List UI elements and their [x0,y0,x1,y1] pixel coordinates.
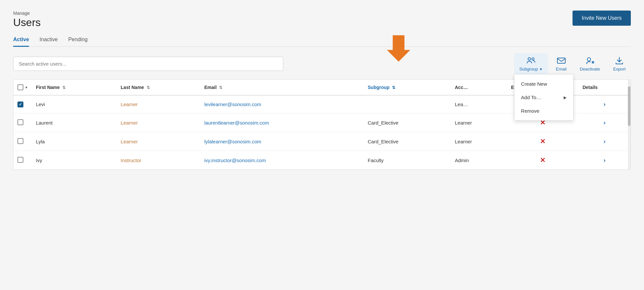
th-details: Details [578,80,630,95]
td-last-name-laurent: Learner [117,113,200,132]
action-buttons: Subgroup ▼ Create New Add To… ▶ Remove [514,53,631,74]
dropdown-item-create-new[interactable]: Create New [515,77,573,91]
row-checkbox-ivy[interactable] [17,157,23,163]
tab-inactive[interactable]: Inactive [40,37,58,47]
td-last-name-ivy: Instructor [117,151,200,170]
svg-point-4 [587,58,591,61]
page-header: Manage Users Invite New Users [13,11,631,29]
subgroup-label: Subgroup ▼ [519,67,543,72]
email-label: Email [556,67,567,72]
subgroup-btn-wrapper: Subgroup ▼ Create New Add To… ▶ Remove [514,53,548,74]
email-icon [557,56,566,65]
export-icon [615,56,624,65]
scrollbar-thumb [628,86,630,126]
svg-point-2 [532,58,534,60]
td-account-lyla: Learner [451,132,507,151]
email-button[interactable]: Email [550,53,572,74]
th-account-label: Acc… [455,85,468,90]
add-to-label: Add To… [521,95,541,100]
export-label: Export [613,67,626,72]
tab-pending[interactable]: Pending [68,37,88,47]
td-email-ivy[interactable]: ivy.instructor@sonosim.com [200,151,364,170]
td-subgroup-ivy: Faculty [364,151,451,170]
td-account-laurent: Learner [451,113,507,132]
dropdown-item-add-to[interactable]: Add To… ▶ [515,91,573,104]
td-checkbox-lyla [14,132,32,151]
td-subgroup-laurent: Card_Elective [364,113,451,132]
search-input[interactable] [13,57,283,71]
scrollbar[interactable] [628,80,630,169]
td-enabled-lyla: ✕ [507,132,578,151]
td-first-name-levi: Levi [32,95,117,113]
manage-label: Manage [13,11,41,16]
row-checkbox-levi[interactable] [17,102,23,107]
details-chevron-laurent[interactable]: › [603,119,605,126]
th-account: Acc… [451,80,507,95]
th-last-name-label: Last Name [121,85,144,90]
td-subgroup-levi [364,95,451,113]
td-first-name-ivy: Ivy [32,151,117,170]
td-checkbox-laurent [14,113,32,132]
table-row: Ivy Instructor ivy.instructor@sonosim.co… [14,151,630,170]
th-details-label: Details [582,85,598,90]
export-button[interactable]: Export [608,53,631,74]
table-row: Lyla Learner lylalearner@sonosim.com Car… [14,132,630,151]
td-last-name-levi: Learner [117,95,200,113]
tabs-nav: Active Inactive Pending [13,37,631,47]
header-checkbox-container: ▼ [17,84,28,90]
td-last-name-lyla: Learner [117,132,200,151]
header-left: Manage Users [13,11,41,29]
th-last-name[interactable]: Last Name ⇅ [117,80,200,95]
td-subgroup-lyla: Card_Elective [364,132,451,151]
td-details-ivy[interactable]: › [578,151,630,170]
enabled-x-ivy: ✕ [540,157,546,164]
td-details-lyla[interactable]: › [578,132,630,151]
search-box [13,57,283,71]
header-checkbox-dropdown[interactable]: ▼ [25,86,28,89]
th-first-name[interactable]: First Name ⇅ [32,80,117,95]
svg-rect-3 [557,58,565,63]
th-email-label: Email [204,85,216,90]
deactivate-button[interactable]: Deactivate [574,53,605,74]
td-checkbox-ivy [14,151,32,170]
svg-point-1 [528,58,531,60]
td-details-laurent[interactable]: › [578,113,630,132]
th-email[interactable]: Email ⇅ [200,80,364,95]
dropdown-item-remove[interactable]: Remove [515,104,573,118]
subgroup-icon [526,56,536,65]
td-email-levi[interactable]: levilearner@sonosim.com [200,95,364,113]
td-email-lyla[interactable]: lylalearner@sonosim.com [200,132,364,151]
td-first-name-laurent: Laurent [32,113,117,132]
toolbar: Subgroup ▼ Create New Add To… ▶ Remove [13,53,631,74]
th-email-sort-icon: ⇅ [219,85,222,90]
deactivate-icon [585,56,595,65]
tab-active[interactable]: Active [13,37,29,47]
td-account-ivy: Admin [451,151,507,170]
row-checkbox-lyla[interactable] [17,138,23,144]
td-first-name-lyla: Lyla [32,132,117,151]
th-first-name-label: First Name [36,85,60,90]
details-chevron-levi[interactable]: › [603,101,605,107]
details-chevron-lyla[interactable]: › [603,138,605,145]
td-email-laurent[interactable]: laurentlearner@sonosim.com [200,113,364,132]
td-account-levi: Lea… [451,95,507,113]
invite-new-users-button[interactable]: Invite New Users [573,11,631,26]
subgroup-button[interactable]: Subgroup ▼ [514,53,548,74]
th-subgroup-sort-icon: ⇅ [392,85,395,90]
arrow-indicator [385,35,412,63]
page-title: Users [13,16,41,29]
th-last-name-sort-icon: ⇅ [147,85,150,90]
th-first-name-sort-icon: ⇅ [62,85,66,90]
td-checkbox-levi [14,95,32,113]
details-chevron-ivy[interactable]: › [603,157,605,163]
down-arrow-icon [385,35,412,62]
header-checkbox[interactable] [17,84,23,90]
row-checkbox-laurent[interactable] [17,119,23,125]
th-subgroup[interactable]: Subgroup ⇅ [364,80,451,95]
subgroup-dropdown: Create New Add To… ▶ Remove [514,74,574,121]
svg-marker-0 [387,35,410,62]
deactivate-label: Deactivate [580,67,600,72]
enabled-x-lyla: ✕ [540,138,546,145]
th-checkbox: ▼ [14,80,32,95]
td-details-levi[interactable]: › [578,95,630,113]
